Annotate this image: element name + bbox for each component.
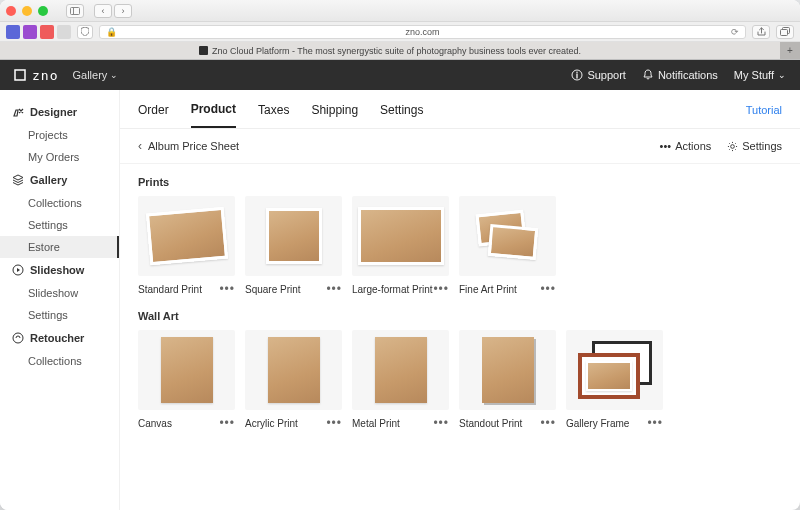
svg-rect-3 <box>781 30 788 36</box>
slideshow-icon <box>12 264 24 276</box>
share-button[interactable] <box>752 25 770 39</box>
sidebar-item-slideshow-settings[interactable]: Settings <box>0 304 119 326</box>
tab-shipping[interactable]: Shipping <box>311 103 358 127</box>
minimize-window-button[interactable] <box>22 6 32 16</box>
thumb <box>352 196 449 276</box>
card-label: Gallery Frame <box>566 418 629 429</box>
card-label: Canvas <box>138 418 172 429</box>
sidebar-item-collections[interactable]: Collections <box>0 192 119 214</box>
tab-taxes[interactable]: Taxes <box>258 103 289 127</box>
app-header: zno Gallery ⌄ Support Notifications My S… <box>0 60 800 90</box>
card-label: Standard Print <box>138 284 202 295</box>
close-window-button[interactable] <box>6 6 16 16</box>
sidebar-toggle[interactable] <box>66 4 84 18</box>
card-fine-art-print[interactable]: Fine Art Print••• <box>459 196 556 296</box>
sidebar-group-slideshow[interactable]: Slideshow <box>0 258 119 282</box>
card-label: Fine Art Print <box>459 284 517 295</box>
main-panel: Order Product Taxes Shipping Settings Tu… <box>120 90 800 510</box>
support-link[interactable]: Support <box>571 69 626 81</box>
settings-button[interactable]: Settings <box>727 140 782 152</box>
sidebar-item-slideshow[interactable]: Slideshow <box>0 282 119 304</box>
tab-settings[interactable]: Settings <box>380 103 423 127</box>
sidebar-item-gallery-settings[interactable]: Settings <box>0 214 119 236</box>
info-icon <box>571 69 583 81</box>
card-gallery-frame[interactable]: Gallery Frame••• <box>566 330 663 430</box>
chevron-down-icon: ⌄ <box>778 70 786 80</box>
browser-toolbar: 🔒 zno.com ⟳ <box>0 22 800 42</box>
card-menu[interactable]: ••• <box>433 282 449 296</box>
favorite-3[interactable] <box>40 25 54 39</box>
tab-title: Zno Cloud Platform - The most synergysti… <box>212 46 581 56</box>
lock-icon: 🔒 <box>106 27 117 37</box>
bell-icon <box>642 69 654 81</box>
card-menu[interactable]: ••• <box>326 416 342 430</box>
url-bar[interactable]: 🔒 zno.com ⟳ <box>99 25 746 39</box>
sidebar-item-my-orders[interactable]: My Orders <box>0 146 119 168</box>
back-button[interactable]: ‹ <box>94 4 112 18</box>
traffic-lights <box>6 6 48 16</box>
sidebar-group-gallery[interactable]: Gallery <box>0 168 119 192</box>
card-menu[interactable]: ••• <box>219 282 235 296</box>
browser-tabstrip: Zno Cloud Platform - The most synergysti… <box>0 42 800 60</box>
my-stuff-menu[interactable]: My Stuff ⌄ <box>734 69 786 81</box>
tab-product[interactable]: Product <box>191 102 236 128</box>
card-menu[interactable]: ••• <box>647 416 663 430</box>
card-standout-print[interactable]: Standout Print••• <box>459 330 556 430</box>
sidebar-group-label: Gallery <box>30 174 67 186</box>
app-logo-icon <box>14 69 26 81</box>
new-tab-button[interactable]: + <box>780 42 800 59</box>
favorite-2[interactable] <box>23 25 37 39</box>
card-canvas[interactable]: Canvas••• <box>138 330 235 430</box>
retoucher-icon <box>12 332 24 344</box>
card-label: Metal Print <box>352 418 400 429</box>
maximize-window-button[interactable] <box>38 6 48 16</box>
favorite-1[interactable] <box>6 25 20 39</box>
browser-window: ‹ › 🔒 zno.com ⟳ Zno Cloud Platform <box>0 0 800 510</box>
privacy-shield-button[interactable] <box>77 25 93 39</box>
macos-titlebar: ‹ › <box>0 0 800 22</box>
sidebar-item-retoucher-collections[interactable]: Collections <box>0 350 119 372</box>
wallart-grid: Canvas••• Acrylic Print••• Metal Print••… <box>138 330 782 430</box>
notifications-label: Notifications <box>658 69 718 81</box>
sidebar-group-label: Retoucher <box>30 332 84 344</box>
thumb <box>459 196 556 276</box>
reload-icon[interactable]: ⟳ <box>731 27 739 37</box>
back-breadcrumb[interactable]: ‹ Album Price Sheet <box>138 139 239 153</box>
gear-icon <box>727 141 738 152</box>
sidebar-group-retoucher[interactable]: Retoucher <box>0 326 119 350</box>
sidebar-item-estore[interactable]: Estore <box>0 236 119 258</box>
tabs-button[interactable] <box>776 25 794 39</box>
tutorial-link[interactable]: Tutorial <box>746 104 782 126</box>
tab-order[interactable]: Order <box>138 103 169 127</box>
chevron-down-icon: ⌄ <box>110 70 118 80</box>
support-label: Support <box>587 69 626 81</box>
thumb <box>138 330 235 410</box>
card-menu[interactable]: ••• <box>219 416 235 430</box>
card-acrylic-print[interactable]: Acrylic Print••• <box>245 330 342 430</box>
browser-tab-active[interactable]: Zno Cloud Platform - The most synergysti… <box>0 42 780 59</box>
actions-menu[interactable]: ••• Actions <box>660 140 712 152</box>
main-tabs: Order Product Taxes Shipping Settings Tu… <box>120 90 800 129</box>
favorite-4[interactable] <box>57 25 71 39</box>
section-selector-label: Gallery <box>72 69 107 81</box>
notifications-link[interactable]: Notifications <box>642 69 718 81</box>
card-menu[interactable]: ••• <box>540 416 556 430</box>
card-label: Acrylic Print <box>245 418 298 429</box>
card-square-print[interactable]: Square Print••• <box>245 196 342 296</box>
sidebar-item-projects[interactable]: Projects <box>0 124 119 146</box>
forward-button[interactable]: › <box>114 4 132 18</box>
card-menu[interactable]: ••• <box>326 282 342 296</box>
url-text: zno.com <box>405 27 439 37</box>
card-menu[interactable]: ••• <box>433 416 449 430</box>
section-title-wallart: Wall Art <box>138 310 782 322</box>
card-standard-print[interactable]: Standard Print••• <box>138 196 235 296</box>
designer-icon <box>12 106 24 118</box>
card-large-format-print[interactable]: Large-format Print••• <box>352 196 449 296</box>
settings-label: Settings <box>742 140 782 152</box>
card-menu[interactable]: ••• <box>540 282 556 296</box>
sidebar-group-designer[interactable]: Designer <box>0 100 119 124</box>
section-selector[interactable]: Gallery ⌄ <box>72 69 118 81</box>
card-metal-print[interactable]: Metal Print••• <box>352 330 449 430</box>
actions-label: Actions <box>675 140 711 152</box>
app-logo-text: zno <box>32 68 58 83</box>
